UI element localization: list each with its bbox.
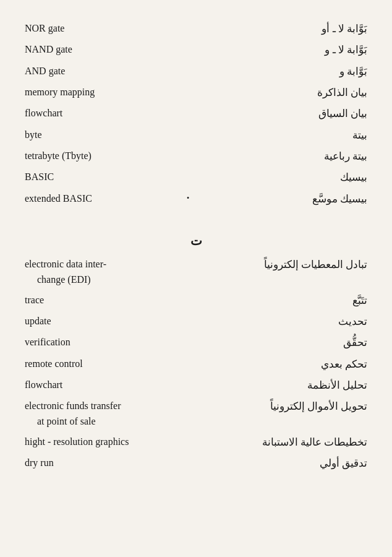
english-term: electronic data inter- change (EDI) [25, 257, 179, 288]
english-term: verification [25, 335, 179, 350]
dictionary-page: NOR gate بَوَّابة لا ـ أو NAND gate بَوَ… [25, 19, 367, 475]
arabic-term: بيان الذاكرة [196, 85, 367, 101]
arabic-term: بيتة [196, 127, 367, 144]
entry-row: trace تتَبَّع [25, 290, 367, 311]
english-term: AND gate [25, 64, 179, 79]
entry-row: update تحديث [25, 311, 367, 332]
english-term: flowchart [25, 106, 179, 121]
english-term: tetrabyte (Tbyte) [25, 149, 179, 164]
entry-row: dry run تدقيق أولي [25, 453, 367, 474]
english-term: byte [25, 127, 179, 143]
english-term: remote control [25, 356, 179, 372]
entry-row: hight - resolution graphics تخطيطات عالي… [25, 432, 367, 453]
english-term: extended BASIC [25, 191, 179, 207]
entry-row: flowchart بيان السياق [25, 103, 367, 124]
arabic-term: بيان السياق [196, 106, 367, 122]
entry-row: memory mapping بيان الذاكرة [25, 82, 367, 103]
spacer [25, 210, 367, 221]
english-term: NAND gate [25, 42, 179, 58]
arabic-term: بَوَّابة لا ـ أو [196, 21, 367, 37]
arabic-term: تحديث [196, 314, 367, 330]
arabic-term: تتَبَّع [196, 293, 367, 309]
english-term: electronic funds transfer at point of sa… [25, 399, 179, 430]
arabic-term: بيسيك [196, 170, 367, 186]
english-term: memory mapping [25, 85, 179, 100]
arabic-term: تحويل الأموال إلكترونياً [196, 399, 367, 415]
english-term: flowchart [25, 378, 179, 393]
entry-row: AND gate بَوَّابة و [25, 61, 367, 82]
arabic-term: تحكم بعدي [196, 356, 367, 373]
arabic-term: بَوَّابة لا ـ و [196, 42, 367, 58]
entry-row: NAND gate بَوَّابة لا ـ و [25, 40, 367, 61]
entry-row: verification تحقُّق [25, 332, 367, 353]
arabic-term: تبادل المعطيات إلكترونياً [196, 257, 367, 273]
entry-row: flowchart تحليل الأنظمة [25, 375, 367, 396]
arabic-term: بيسيك موسَّع • [196, 191, 367, 207]
arabic-term: تخطيطات عالية الاستبانة [196, 434, 367, 451]
entries-section-ta: electronic data inter- change (EDI) تباد… [25, 254, 367, 475]
entry-row: electronic data inter- change (EDI) تباد… [25, 254, 367, 290]
english-term: NOR gate [25, 21, 179, 37]
section-letter: ت [25, 221, 367, 254]
entry-row: extended BASIC بيسيك موسَّع • [25, 189, 367, 210]
english-term: BASIC [25, 170, 179, 185]
entry-row: byte بيتة [25, 125, 367, 146]
english-term: update [25, 314, 179, 329]
english-term: hight - resolution graphics [25, 434, 179, 450]
arabic-term: تحقُّق [196, 335, 367, 351]
arabic-term: تحليل الأنظمة [196, 378, 367, 394]
entry-row: NOR gate بَوَّابة لا ـ أو [25, 19, 367, 40]
entry-row: BASIC بيسيك [25, 167, 367, 188]
entry-row: tetrabyte (Tbyte) بيتة رباعية [25, 146, 367, 167]
arabic-term: بَوَّابة و [196, 64, 367, 80]
entries-section-ba: NOR gate بَوَّابة لا ـ أو NAND gate بَوَ… [25, 19, 367, 210]
entry-row: electronic funds transfer at point of sa… [25, 396, 367, 432]
arabic-term: تدقيق أولي [196, 456, 367, 472]
english-term: dry run [25, 456, 179, 471]
entry-row: remote control تحكم بعدي [25, 354, 367, 375]
arabic-term: بيتة رباعية [196, 149, 367, 165]
english-term: trace [25, 293, 179, 308]
